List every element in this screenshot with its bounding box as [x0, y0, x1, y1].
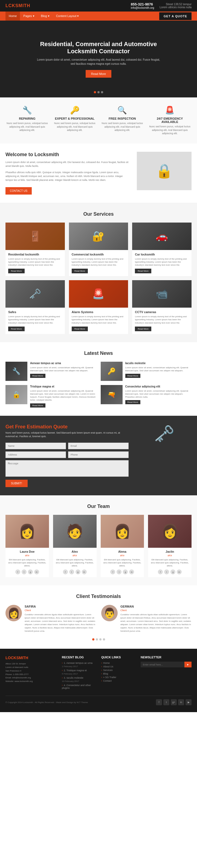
quote-name-input[interactable]: [5, 443, 66, 449]
testimonial-dot-1[interactable]: [92, 638, 94, 641]
footer-news-item-4: 4. Consectetur and other plugins: [62, 684, 96, 689]
footer-social-youtube[interactable]: ▶: [186, 699, 192, 705]
social-linkedin-alex[interactable]: in: [82, 569, 87, 575]
nav-content-layout[interactable]: Content Layout ▾: [53, 11, 82, 21]
nav-blog[interactable]: Blog ▾: [38, 11, 53, 21]
news-title-1: Aenean tempus ac urna: [30, 362, 96, 365]
footer-blog-date-3: 10 February 2017: [62, 680, 96, 682]
footer-blog-link-2[interactable]: 2. Tristique magna et: [62, 669, 96, 672]
footer-social-twitter[interactable]: t: [163, 699, 169, 705]
footer-news-item-3: 3. Iaculis molestie 10 February 2017: [62, 677, 96, 682]
service-car-btn[interactable]: Read More: [135, 269, 151, 273]
quote-phone-input[interactable]: [68, 452, 129, 458]
social-twitter-jaclin[interactable]: t: [164, 569, 169, 575]
social-facebook-alex[interactable]: f: [63, 569, 68, 575]
hero-read-more-button[interactable]: Read More: [86, 70, 111, 78]
footer-link-about[interactable]: About Us: [101, 665, 135, 668]
service-cctv-btn[interactable]: Read More: [135, 327, 151, 331]
news-btn-1[interactable]: Read More: [30, 374, 45, 378]
hero-dot-2[interactable]: [97, 91, 100, 93]
service-alarm-btn[interactable]: Read More: [72, 327, 88, 331]
news-btn-3[interactable]: Read More: [30, 403, 45, 407]
hero-dot-3[interactable]: [101, 91, 103, 93]
footer-link-blog[interactable]: Blog: [101, 672, 135, 675]
newsletter-email-input[interactable]: [141, 662, 185, 668]
footer-link-sg-trailer[interactable]: » SG Trailer: [101, 676, 135, 679]
feature-inspection: 🔍 FREE INSPECTION Nunc sed lorem purus, …: [101, 106, 144, 135]
service-commercial-btn[interactable]: Read More: [72, 269, 88, 273]
quote-email-input[interactable]: [68, 443, 129, 449]
footer-recent-blog-title: RECENT BLOG: [62, 656, 96, 659]
social-twitter[interactable]: t: [22, 569, 27, 575]
footer-newsletter: NEWSLETTER ►: [141, 656, 192, 690]
feature-emergency-text: Nunc sed lorem purus, volutpat luctus ad…: [148, 125, 192, 135]
testimonial-role-safira: Client: [25, 609, 96, 612]
footer-blog-link-4[interactable]: 4. Consectetur and other plugins: [62, 684, 96, 689]
social-facebook[interactable]: f: [15, 569, 20, 575]
feature-professional-title: EXPERT & PROFESSIONAL: [53, 117, 96, 120]
social-google[interactable]: g: [28, 569, 33, 575]
service-safes-btn[interactable]: Read More: [8, 327, 25, 331]
footer-blog-date-2: 5 February 2017: [62, 673, 96, 675]
team-social-jaclin: f t g in: [148, 569, 192, 575]
testimonial-name-german: GERMAN: [120, 605, 192, 608]
news-btn-2[interactable]: Read More: [125, 374, 141, 378]
quote-message-input[interactable]: [5, 460, 129, 477]
testimonial-name-safira: SAFIRA: [25, 605, 96, 608]
footer-about-text: Albus 130 St. tempor Lorem ut blancard n…: [5, 662, 56, 683]
team-social-alena: f t g in: [101, 569, 144, 575]
news-btn-4[interactable]: Read More: [125, 400, 141, 404]
team-name-alena: Alena: [101, 550, 144, 553]
nav-home[interactable]: Home: [5, 11, 20, 21]
main-nav: Home Pages ▾ Blog ▾ Content Layout ▾ GET…: [0, 11, 197, 21]
service-safes-content: Safes Lorem ipsum is simply dummy text o…: [5, 308, 65, 334]
social-twitter-alex[interactable]: t: [69, 569, 74, 575]
testimonial-dot-3[interactable]: [99, 638, 102, 641]
social-linkedin[interactable]: in: [34, 569, 39, 575]
phone-number: 855-321-9876: [131, 2, 154, 6]
logo[interactable]: LCKSMITH: [5, 3, 30, 8]
footer-link-contact[interactable]: Contact: [101, 679, 135, 682]
team-desc-jaclin: Elit blancard quis adipiscing. Facilisis…: [148, 558, 192, 567]
service-safes-title: Safes: [8, 310, 62, 314]
news-content-4: Consectetur adipiscing elit Lorem ipsum …: [125, 385, 192, 407]
social-twitter-alena[interactable]: t: [117, 569, 121, 575]
quote-address-input[interactable]: [5, 452, 66, 458]
footer-blog-link-1[interactable]: 1. Aenean tempus ac urna: [62, 662, 96, 664]
service-residential-title: Residential locksmith: [8, 253, 62, 256]
social-linkedin-alena[interactable]: in: [129, 569, 134, 575]
quote-form-row-1: [5, 443, 129, 449]
footer-social-facebook[interactable]: f: [156, 699, 162, 705]
footer-social-google[interactable]: g+: [171, 699, 177, 705]
team-section: Our Team 👩 Laura Doe aKe Elit blancard q…: [0, 495, 197, 586]
service-residential-image: 🚪: [5, 222, 65, 250]
footer-link-home[interactable]: Home: [101, 662, 135, 664]
social-facebook-jaclin[interactable]: f: [158, 569, 163, 575]
footer-link-services[interactable]: Services: [101, 669, 135, 672]
hero-dot-1[interactable]: [94, 91, 96, 93]
service-alarm-image: 🚨: [69, 280, 128, 308]
logo-accent: L: [5, 3, 8, 8]
get-quote-nav-button[interactable]: GET A QUOTE: [159, 12, 192, 20]
contact-us-button[interactable]: CONTACT US: [5, 187, 32, 194]
service-residential-btn[interactable]: Read More: [8, 269, 25, 273]
social-google-alex[interactable]: g: [76, 569, 80, 575]
social-google-alena[interactable]: g: [123, 569, 128, 575]
testimonial-dot-4[interactable]: [103, 638, 105, 641]
social-google-jaclin[interactable]: g: [170, 569, 175, 575]
footer-blog-link-3[interactable]: 3. Iaculis molestie: [62, 677, 96, 679]
social-facebook-alena[interactable]: f: [110, 569, 115, 575]
footer-social-linkedin[interactable]: in: [178, 699, 184, 705]
nav-pages[interactable]: Pages ▾: [20, 11, 38, 21]
social-linkedin-jaclin[interactable]: in: [177, 569, 182, 575]
testimonial-dot-2[interactable]: [96, 638, 98, 641]
team-role-alex: aKe: [53, 554, 96, 557]
quote-submit-button[interactable]: SUBMIT!: [5, 480, 28, 487]
footer-copyright: © Copyright 2014 Locksmith - All Rights …: [5, 701, 88, 704]
address-line2: Lorem ultrices monia nulla: [159, 6, 192, 9]
newsletter-submit-button[interactable]: ►: [185, 662, 192, 668]
quote-form-row-2: [5, 452, 129, 458]
testimonials-grid: 👩 SAFIRA Client Curabitur venenatis ultr…: [5, 605, 192, 633]
news-image-3: 🔒: [5, 385, 27, 404]
testimonial-text-german: Curabitur venenatis ultrices ligula vita…: [120, 613, 192, 633]
